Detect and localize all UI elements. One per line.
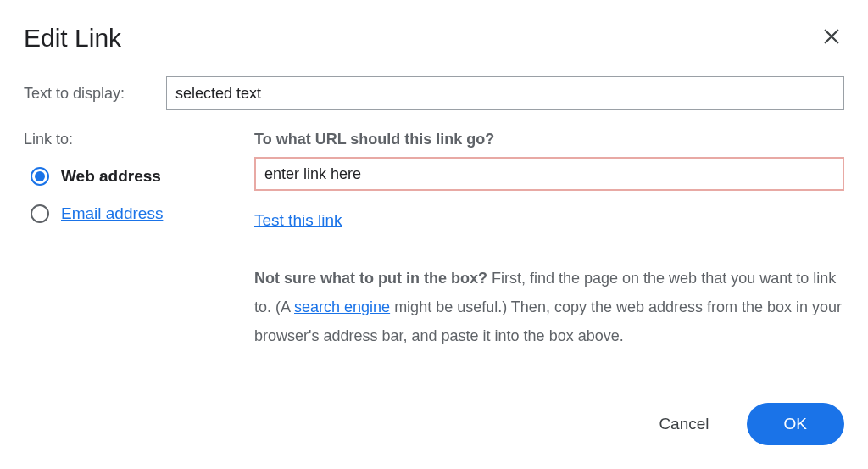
help-bold: Not sure what to put in the box? <box>254 270 487 287</box>
link-to-label: Link to: <box>24 131 254 148</box>
test-link[interactable]: Test this link <box>254 211 342 230</box>
cancel-button[interactable]: Cancel <box>652 406 715 442</box>
ok-button[interactable]: OK <box>747 403 844 445</box>
search-engine-link[interactable]: search engine <box>294 299 390 315</box>
dialog-title: Edit Link <box>24 24 121 53</box>
radio-selected-icon <box>31 167 49 186</box>
radio-web-address[interactable]: Web address <box>24 167 254 186</box>
url-prompt-label: To what URL should this link go? <box>254 131 844 148</box>
text-to-display-label: Text to display: <box>24 85 166 103</box>
close-icon <box>822 36 841 48</box>
url-input[interactable] <box>254 157 844 191</box>
radio-web-label: Web address <box>61 167 161 186</box>
radio-email-address[interactable]: Email address <box>24 204 254 223</box>
close-button[interactable] <box>819 24 844 52</box>
text-to-display-input[interactable] <box>166 76 844 110</box>
radio-unselected-icon <box>31 204 49 223</box>
radio-email-label: Email address <box>61 204 163 223</box>
help-text: Not sure what to put in the box? First, … <box>254 264 844 351</box>
